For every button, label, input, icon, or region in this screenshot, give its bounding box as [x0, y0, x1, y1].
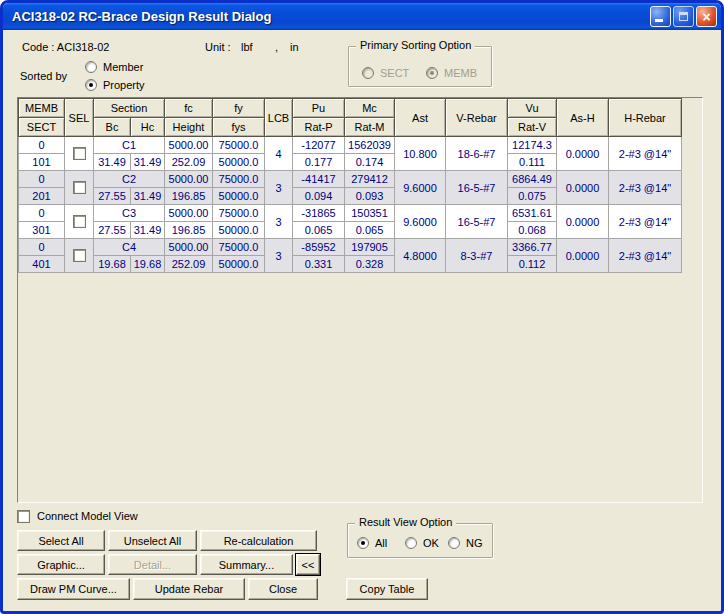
header-rat-p: Rat-P: [293, 118, 345, 137]
row-select-checkbox[interactable]: [73, 249, 86, 262]
cell-rat-p: 0.065: [293, 222, 345, 239]
header-sel: SEL: [65, 99, 94, 137]
cell-pu: -31865: [293, 205, 345, 222]
cell-ast: 9.6000: [395, 171, 446, 205]
header-rat-m: Rat-M: [345, 118, 395, 137]
detail-button: Detail...: [108, 554, 197, 575]
cell-sect: 201: [19, 188, 65, 205]
cell-hc: 19.68: [131, 256, 165, 273]
cell-fc: 5000.00: [165, 171, 213, 188]
primary-sorting-title: Primary Sorting Option: [356, 39, 475, 51]
header-hc: Hc: [131, 118, 165, 137]
result-ng-label[interactable]: NG: [466, 537, 483, 549]
header-bc: Bc: [94, 118, 131, 137]
radio-icon: [448, 537, 460, 549]
cell-rat-v: 0.111: [508, 154, 557, 171]
cell-v-rebar: 18-6-#7: [446, 137, 508, 171]
maximize-button[interactable]: [673, 6, 694, 27]
table-row: 0 C3 5000.00 75000.0 3 -31865 150351 9.6…: [19, 205, 682, 222]
result-ok-radio[interactable]: [405, 536, 417, 549]
header-mc: Mc: [345, 99, 395, 118]
radio-icon: [85, 61, 97, 73]
header-ast: Ast: [395, 99, 446, 137]
cell-fy: 75000.0: [213, 205, 265, 222]
table-row: 0 C1 5000.00 75000.0 4 -12077 1562039 10…: [19, 137, 682, 154]
cell-rat-v: 0.068: [508, 222, 557, 239]
cell-lcb: 4: [265, 137, 293, 171]
result-grid-panel: MEMB SEL Section fc fy LCB Pu Mc Ast V-R…: [17, 97, 703, 503]
result-table: MEMB SEL Section fc fy LCB Pu Mc Ast V-R…: [18, 98, 682, 273]
unit-label: Unit :: [205, 41, 231, 53]
result-all-radio[interactable]: [357, 536, 369, 549]
cell-height: 252.09: [165, 154, 213, 171]
cell-bc: 19.68: [94, 256, 131, 273]
cell-rat-p: 0.094: [293, 188, 345, 205]
cell-h-rebar: 2-#3 @14": [609, 171, 682, 205]
result-ng-radio[interactable]: [448, 536, 460, 549]
result-all-label[interactable]: All: [375, 537, 387, 549]
minimize-button[interactable]: [650, 6, 671, 27]
cell-sel: [65, 239, 94, 273]
cell-sel: [65, 171, 94, 205]
cell-fy: 75000.0: [213, 137, 265, 154]
cell-sect: 401: [19, 256, 65, 273]
copy-table-button[interactable]: Copy Table: [346, 578, 428, 600]
cell-ast: 4.8000: [395, 239, 446, 273]
cell-vu: 6864.49: [508, 171, 557, 188]
checkbox-icon: [17, 510, 30, 523]
cell-fc: 5000.00: [165, 137, 213, 154]
cell-h-rebar: 2-#3 @14": [609, 137, 682, 171]
cell-memb: 0: [19, 171, 65, 188]
header-memb: MEMB: [19, 99, 65, 118]
header-v-rebar: V-Rebar: [446, 99, 508, 137]
recalculation-button[interactable]: Re-calculation: [200, 530, 317, 551]
close-button[interactable]: ×: [696, 6, 717, 27]
update-rebar-button[interactable]: Update Rebar: [133, 578, 245, 600]
unit-force-value: lbf: [241, 41, 253, 53]
primary-sorting-groupbox: Primary Sorting Option SECT MEMB: [348, 46, 492, 87]
cell-ast: 9.6000: [395, 205, 446, 239]
draw-pm-curve-button[interactable]: Draw PM Curve...: [17, 578, 130, 600]
header-vu: Vu: [508, 99, 557, 118]
cell-rat-m: 0.328: [345, 256, 395, 273]
sect-radio: [362, 66, 374, 79]
cell-rat-v: 0.075: [508, 188, 557, 205]
cell-as-h: 0.0000: [557, 137, 609, 171]
collapse-button[interactable]: <<: [296, 554, 320, 575]
table-row: 0 C2 5000.00 75000.0 3 -41417 279412 9.6…: [19, 171, 682, 188]
sort-property-radio[interactable]: [85, 78, 97, 91]
header-height: Height: [165, 118, 213, 137]
dialog-body: Code : ACI318-02 Unit : lbf , in Sorted …: [3, 30, 721, 611]
cell-sel: [65, 137, 94, 171]
cell-lcb: 3: [265, 205, 293, 239]
connect-model-view-checkbox[interactable]: [17, 509, 30, 523]
row-select-checkbox[interactable]: [73, 147, 86, 160]
sort-property-label[interactable]: Property: [103, 79, 145, 91]
radio-icon: [357, 537, 369, 549]
memb-radio-label: MEMB: [444, 67, 477, 79]
sort-member-label[interactable]: Member: [103, 61, 143, 73]
cell-as-h: 0.0000: [557, 205, 609, 239]
select-all-button[interactable]: Select All: [17, 530, 105, 551]
cell-memb: 0: [19, 205, 65, 222]
cell-pu: -41417: [293, 171, 345, 188]
result-view-groupbox: Result View Option All OK NG: [347, 523, 493, 558]
close-dialog-button[interactable]: Close: [248, 578, 318, 600]
radio-icon: [426, 67, 438, 79]
cell-h-rebar: 2-#3 @14": [609, 205, 682, 239]
sort-member-radio[interactable]: [85, 60, 97, 73]
cell-height: 196.85: [165, 188, 213, 205]
connect-model-view-label[interactable]: Connect Model View: [37, 510, 138, 522]
titlebar[interactable]: ACI318-02 RC-Brace Design Result Dialog …: [3, 3, 721, 30]
cell-fy: 75000.0: [213, 239, 265, 256]
unselect-all-button[interactable]: Unselect All: [108, 530, 197, 551]
result-ok-label[interactable]: OK: [423, 537, 439, 549]
cell-rat-v: 0.112: [508, 256, 557, 273]
close-icon: ×: [702, 10, 710, 24]
cell-vu: 3366.77: [508, 239, 557, 256]
graphic-button[interactable]: Graphic...: [17, 554, 105, 575]
row-select-checkbox[interactable]: [73, 181, 86, 194]
summary-button[interactable]: Summary...: [200, 554, 293, 575]
table-row: 0 C4 5000.00 75000.0 3 -85952 197905 4.8…: [19, 239, 682, 256]
row-select-checkbox[interactable]: [73, 215, 86, 228]
